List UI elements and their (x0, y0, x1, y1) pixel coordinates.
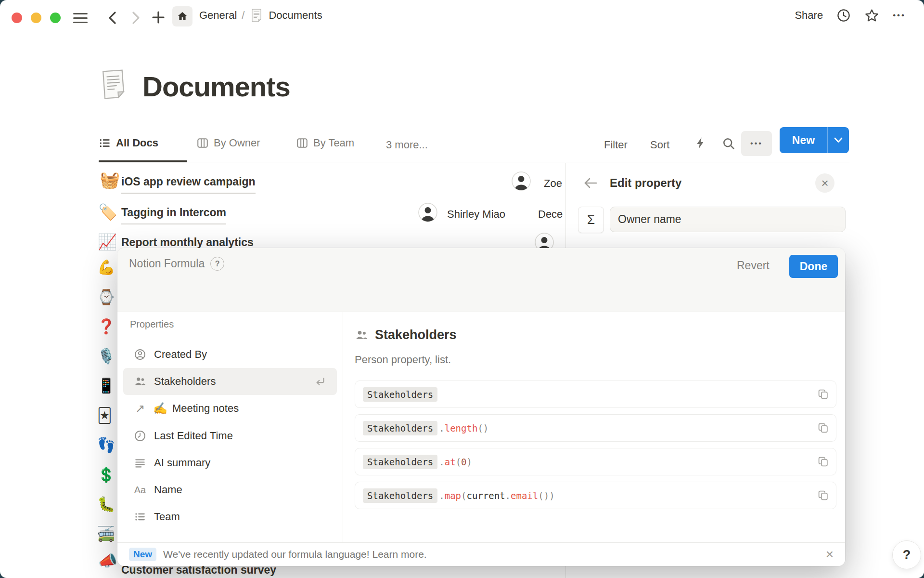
row-icon[interactable]: 📈 (98, 234, 117, 250)
property-item-ai-summary[interactable]: AI summary (123, 449, 337, 476)
tab-label: By Team (313, 137, 354, 149)
property-token: Stakeholders (363, 387, 437, 402)
updates-clock-icon[interactable] (836, 8, 851, 23)
formula-placeholder: Notion Formula (129, 257, 205, 270)
row-icon[interactable]: ⌚ (97, 290, 115, 304)
new-button-label: New (792, 134, 815, 147)
property-label: Team (154, 511, 180, 523)
title-aa-icon: Aa (134, 485, 146, 496)
property-item-name[interactable]: Aa Name (123, 476, 337, 503)
row-icon[interactable]: 🃏 (97, 408, 112, 423)
person-circle-icon (134, 348, 146, 361)
row-icon[interactable]: 💲 (97, 468, 115, 482)
favorite-star-icon[interactable] (864, 8, 879, 23)
board-view-icon (296, 137, 308, 149)
done-button-label: Done (800, 260, 828, 273)
breadcrumb-root[interactable]: General (199, 9, 237, 22)
people-icon (134, 375, 146, 388)
row-icon[interactable]: 🎙️ (97, 349, 115, 364)
banner-message[interactable]: We've recently updated our formula langu… (163, 549, 427, 560)
more-options-icon[interactable]: ••• (893, 11, 906, 20)
property-item-meeting-notes[interactable]: ↗ ✍️ Meeting notes (123, 395, 337, 422)
sort-button[interactable]: Sort (650, 139, 669, 151)
property-name-input[interactable] (610, 207, 846, 232)
tab-by-team[interactable]: By Team (296, 137, 354, 149)
close-panel-button[interactable]: × (815, 173, 834, 193)
active-tab-underline (99, 160, 187, 162)
topbar: General / Documents Share ••• (0, 0, 924, 31)
filter-button[interactable]: Filter (604, 139, 628, 151)
formula-update-banner: New We've recently updated our formula l… (117, 542, 845, 566)
new-button-group: New (780, 127, 849, 153)
formula-example[interactable]: Stakeholders (355, 381, 836, 408)
copy-icon[interactable] (817, 456, 829, 468)
property-label: Stakeholders (154, 375, 216, 388)
back-arrow-icon[interactable] (583, 177, 598, 189)
row-person: Zoe (544, 177, 562, 190)
property-item-stakeholders[interactable]: Stakeholders (123, 368, 337, 395)
search-icon[interactable] (722, 137, 735, 150)
notion-window: General / Documents Share ••• Documents … (0, 0, 924, 578)
new-dropdown-button[interactable] (828, 127, 849, 153)
back-button[interactable] (107, 11, 118, 26)
row-icon[interactable]: 🏷️ (98, 204, 117, 220)
row-icon[interactable]: 📱 (97, 379, 115, 393)
traffic-light-zoom[interactable] (50, 13, 61, 23)
list-view-icon (99, 137, 111, 149)
code-token: . (439, 423, 444, 434)
code-token: 0 (461, 457, 466, 467)
share-button[interactable]: Share (795, 9, 823, 22)
page-icon[interactable] (97, 67, 131, 103)
automation-bolt-icon[interactable] (694, 136, 707, 150)
text-lines-icon (134, 457, 146, 469)
sidebar-menu-icon[interactable] (73, 13, 88, 26)
copy-icon[interactable] (817, 388, 829, 400)
traffic-light-minimize[interactable] (31, 13, 41, 23)
property-label: AI summary (154, 457, 210, 469)
code-token: . (439, 490, 444, 501)
row-icon[interactable]: ❓ (97, 319, 115, 334)
row-icon[interactable]: 🐛 (97, 497, 115, 512)
formula-input-area[interactable]: Notion Formula ? Revert Done (117, 248, 845, 312)
formula-example[interactable]: Stakeholders.at(0) (355, 448, 836, 475)
new-badge: New (129, 548, 156, 561)
row-icon[interactable]: 👣 (97, 438, 115, 452)
property-item-team[interactable]: Team (123, 503, 337, 530)
tab-all-docs[interactable]: All Docs (99, 137, 158, 149)
property-token: Stakeholders (363, 421, 437, 435)
traffic-light-close[interactable] (12, 13, 22, 23)
row-icon[interactable]: 🚎 (97, 527, 115, 541)
formula-example[interactable]: Stakeholders.map(current.email()) (355, 482, 836, 509)
new-button[interactable]: New (780, 127, 827, 153)
row-title[interactable]: Tagging in Intercom (121, 207, 226, 224)
close-icon: × (821, 177, 828, 189)
done-button[interactable]: Done (789, 255, 838, 278)
breadcrumb-page[interactable]: Documents (269, 9, 322, 22)
revert-button[interactable]: Revert (737, 259, 770, 272)
new-tab-icon[interactable] (151, 10, 166, 26)
help-circle-icon[interactable]: ? (210, 257, 224, 271)
page-title[interactable]: Documents (142, 70, 290, 103)
row-date: Dece (538, 208, 563, 221)
banner-close-icon[interactable]: × (826, 548, 834, 561)
property-type-button[interactable]: Σ (578, 207, 604, 233)
help-button[interactable]: ? (892, 540, 921, 569)
row-title[interactable]: iOS app review campaign (121, 176, 256, 194)
row-icon[interactable]: 📣 (98, 553, 117, 568)
view-options-button[interactable]: ••• (741, 131, 772, 156)
forward-button[interactable] (130, 11, 141, 26)
formula-example[interactable]: Stakeholders.length() (355, 414, 836, 442)
home-button[interactable] (172, 6, 192, 26)
copy-icon[interactable] (817, 489, 829, 501)
tab-more[interactable]: 3 more... (386, 139, 428, 151)
row-icon[interactable]: 🧺 (100, 171, 120, 188)
property-label: Meeting notes (172, 402, 239, 415)
code-token: . (439, 457, 444, 467)
property-item-last-edited[interactable]: Last Edited Time (123, 422, 337, 449)
row-icon[interactable]: 💪 (97, 260, 115, 275)
tab-by-owner[interactable]: By Owner (196, 137, 260, 149)
formula-editor-modal: Notion Formula ? Revert Done Properties … (117, 248, 845, 566)
clock-icon (134, 430, 146, 442)
copy-icon[interactable] (817, 422, 829, 434)
property-item-created-by[interactable]: Created By (123, 341, 337, 368)
